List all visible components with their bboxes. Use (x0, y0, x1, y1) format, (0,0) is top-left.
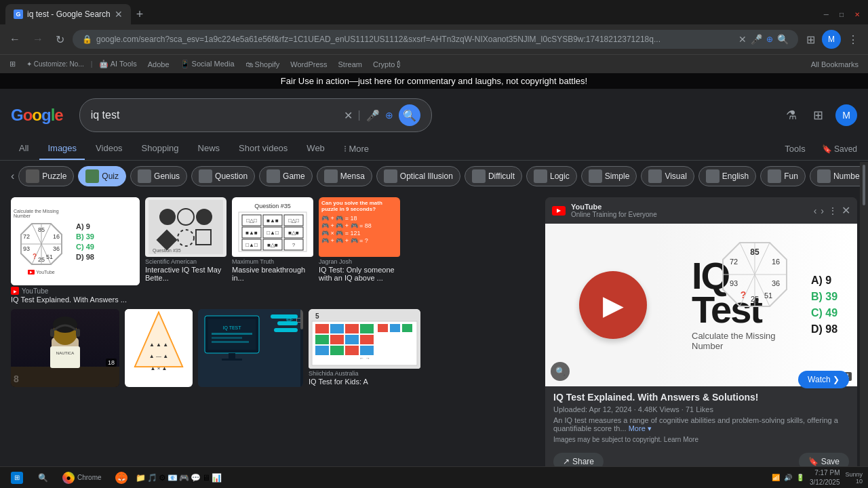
firefox-taskbar-icon: 🦊 (115, 472, 127, 484)
grid-item-kids-iq[interactable]: 5 (309, 309, 420, 387)
tab-shopping[interactable]: Shopping (134, 138, 187, 160)
volume-icon[interactable]: 🔊 (784, 474, 792, 481)
chips-prev-button[interactable]: ‹ (11, 170, 14, 182)
panel-controls: ‹ › ⋮ ✕ (814, 204, 850, 217)
taskbar-icon-12[interactable]: 📊 (212, 473, 222, 483)
saved-button[interactable]: 🔖 Saved (822, 144, 857, 154)
tab-close-button[interactable]: ✕ (115, 9, 123, 20)
menu-button[interactable]: ⋮ (844, 30, 863, 49)
chip-difficult[interactable]: Difficult (465, 166, 522, 186)
grid-item-jagran[interactable]: Can you solve the math puzzle in 9 secon… (319, 197, 400, 304)
max-truth-image: Question #35 □△□ ■▲■ □△□ ■▲■ (232, 197, 313, 257)
taskbar-search[interactable]: 🔍 (31, 470, 54, 485)
bm-customize[interactable]: ✦ Customize: No... (22, 59, 88, 69)
grid-item-device[interactable]: IQ TEST ✏ □ (198, 309, 303, 387)
bm-ai-tools[interactable]: 🤖 AI Tools (95, 58, 140, 70)
battery-icon[interactable]: 🔋 (796, 474, 804, 481)
back-button[interactable]: ← (5, 30, 24, 48)
chip-simple[interactable]: Simple (581, 166, 637, 186)
apps-icon[interactable]: ⊞ (809, 104, 827, 127)
search-clear-button[interactable]: ✕ (344, 109, 353, 122)
grid-item-max-truth[interactable]: Question #35 □△□ ■▲■ □△□ ■▲■ (232, 197, 313, 304)
taskbar-icon-11[interactable]: 🖥 (202, 473, 210, 483)
profile-button[interactable]: M (822, 30, 841, 49)
minimize-button[interactable]: ─ (821, 8, 831, 21)
tab-images[interactable]: Images (39, 138, 85, 160)
iq-header-text: Calculate the Missing Number (14, 209, 69, 218)
panel-next-button[interactable]: › (821, 204, 824, 217)
account-avatar[interactable]: M (835, 104, 857, 126)
taskbar-icon-8[interactable]: 📧 (167, 473, 178, 483)
extensions-button[interactable]: ⊞ (802, 30, 819, 49)
scroll-thumb[interactable] (863, 165, 865, 205)
chip-english[interactable]: English (698, 166, 756, 186)
taskbar-clock[interactable]: 7:17 PM 3/12/2025 (810, 468, 840, 487)
taskbar-icon-6[interactable]: 🎵 (147, 473, 157, 483)
grid-item-stream[interactable]: NAUTICA 8 18 (11, 309, 119, 387)
more-link[interactable]: More ▾ (629, 424, 652, 432)
bm-crypto[interactable]: Crypto ₿ (369, 59, 405, 70)
scrollbar[interactable] (860, 162, 868, 482)
bm-stream[interactable]: Stream (334, 59, 366, 70)
network-icon[interactable]: 📶 (772, 474, 780, 481)
url-clear-button[interactable]: ✕ (738, 34, 747, 45)
lens-search-icon[interactable]: ⊕ (766, 35, 773, 44)
tab-web[interactable]: Web (298, 138, 333, 160)
tab-news[interactable]: News (190, 138, 229, 160)
search-mic-icon[interactable]: 🎤 (366, 109, 380, 122)
search-button[interactable]: 🔍 (399, 104, 420, 126)
search-image-icon[interactable]: ⊕ (385, 110, 393, 121)
watch-button[interactable]: Watch ❯ (798, 371, 849, 388)
chip-visual[interactable]: Visual (641, 166, 694, 186)
grid-item-sci-am[interactable]: Question #35 Scientific American Interac… (145, 197, 226, 304)
tab-all[interactable]: All (11, 138, 37, 160)
taskbar-icon-10[interactable]: 💬 (191, 473, 201, 483)
yt-label: YouTube (36, 270, 55, 274)
refresh-button[interactable]: ↻ (52, 30, 68, 49)
taskbar-firefox[interactable]: 🦊 (110, 470, 133, 485)
chip-mensa[interactable]: Mensa (317, 166, 372, 186)
chip-puzzle[interactable]: Puzzle (18, 166, 74, 186)
svg-text:■▲■: ■▲■ (245, 230, 258, 236)
close-window-button[interactable]: ✕ (852, 8, 863, 21)
chip-optical-illusion[interactable]: Optical Illusion (376, 166, 460, 186)
bm-wordpress[interactable]: WordPress (286, 59, 331, 70)
tools-button[interactable]: Tools (776, 138, 813, 159)
search-box[interactable]: ✕ | 🎤 ⊕ 🔍 (79, 98, 432, 132)
search-icon[interactable]: 🔍 (777, 34, 789, 45)
bm-shopify[interactable]: 🛍 Shopify (241, 59, 284, 70)
more-tabs-button[interactable]: ⁝ More (336, 138, 377, 159)
tab-short-videos[interactable]: Short videos (231, 138, 296, 160)
chip-logic[interactable]: Logic (526, 166, 577, 186)
labs-icon[interactable]: ⚗ (782, 104, 801, 127)
url-bar[interactable]: 🔒 google.com/search?sca_esv=1a9c224e5a61… (73, 30, 798, 49)
forward-button[interactable]: → (28, 30, 47, 48)
taskbar-icon-5[interactable]: 📁 (136, 473, 146, 483)
taskbar-chrome[interactable]: ● Chrome (57, 470, 107, 485)
bm-all-bookmarks[interactable]: All Bookmarks (807, 59, 863, 70)
taskbar-start[interactable]: ⊞ (5, 470, 28, 485)
bm-apps-icon[interactable]: ⊞ (5, 58, 20, 70)
chip-quiz[interactable]: Quiz (78, 166, 126, 186)
new-tab-button[interactable]: + (131, 7, 149, 22)
voice-search-icon[interactable]: 🎤 (751, 34, 762, 45)
chip-question[interactable]: Question (191, 166, 255, 186)
chip-genius[interactable]: Genius (130, 166, 187, 186)
source-name-1: YouTube (22, 287, 48, 295)
chip-fun[interactable]: Fun (760, 166, 806, 186)
bm-adobe[interactable]: Adobe (144, 59, 174, 70)
taskbar-icon-7[interactable]: ⚙ (159, 473, 166, 483)
grid-item-iq-youtube[interactable]: Calculate the Missing Number 85 16 (11, 197, 140, 304)
tab-videos[interactable]: Videos (87, 138, 131, 160)
active-tab[interactable]: G iq test - Google Search ✕ (5, 4, 131, 24)
panel-more-button[interactable]: ⋮ (828, 204, 837, 217)
panel-close-button[interactable]: ✕ (842, 204, 850, 217)
grid-item-triangle[interactable]: ▲ ▲ ▲ ▲ — ▲ ▲ × ▲ (125, 309, 193, 387)
lens-icon[interactable]: 🔍 (551, 362, 570, 381)
search-input[interactable] (91, 109, 338, 121)
chip-game[interactable]: Game (259, 166, 313, 186)
panel-prev-button[interactable]: ‹ (814, 204, 817, 217)
taskbar-icon-9[interactable]: 🎮 (179, 473, 189, 483)
maximize-button[interactable]: □ (837, 8, 846, 21)
bm-social-media[interactable]: 📱 Social Media (176, 58, 239, 70)
